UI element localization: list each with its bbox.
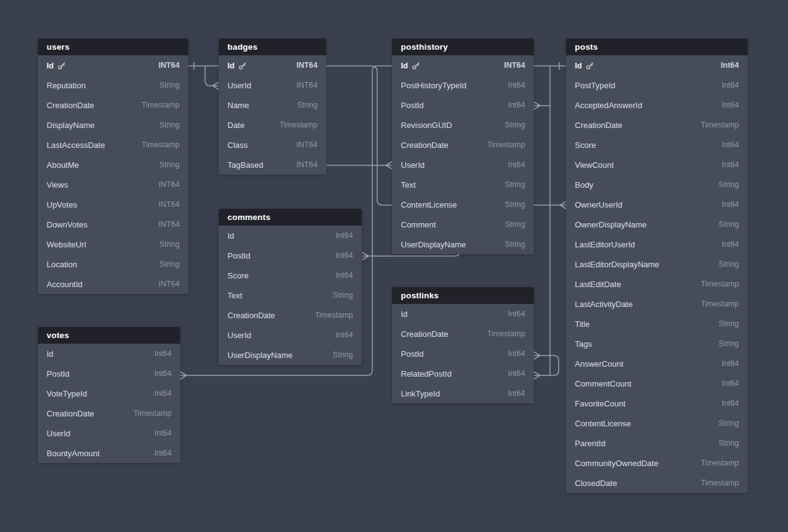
- primary-key-icon: [586, 62, 594, 70]
- field-name: CreationDate: [227, 311, 275, 320]
- table-card-posts[interactable]: posts Id Int64 PostTypeId Int64 Accepted…: [566, 39, 748, 493]
- field-type: String: [159, 121, 180, 129]
- field-type: String: [505, 220, 525, 229]
- primary-key-icon: [58, 62, 66, 70]
- table-title[interactable]: votes: [38, 327, 180, 344]
- field-type: Int64: [508, 369, 525, 378]
- field-name: AccountId: [47, 280, 83, 289]
- field-type: Int64: [508, 81, 525, 89]
- field-type: Int64: [508, 101, 525, 109]
- field-name: Views: [47, 180, 68, 190]
- table-field-row: CreationDate Timestamp: [392, 324, 534, 344]
- field-type: String: [718, 419, 739, 428]
- table-field-row: ContentLicense String: [392, 195, 534, 214]
- table-title[interactable]: postlinks: [392, 287, 534, 304]
- table-card-badges[interactable]: badges Id INT64 UserId INT64 Name String…: [219, 39, 326, 175]
- table-card-postlinks[interactable]: postlinks Id Int64 CreationDate Timestam…: [392, 287, 534, 403]
- field-name: Id: [401, 310, 408, 319]
- crow-foot-many-marker: [534, 372, 540, 379]
- table-field-row: AboutMe String: [38, 155, 188, 175]
- field-name: CommunityOwnedDate: [575, 459, 658, 468]
- field-type: String: [159, 160, 180, 169]
- table-card-users[interactable]: users Id INT64 Reputation String Creatio…: [38, 39, 188, 294]
- field-name: Comment: [401, 220, 436, 229]
- field-type: Timestamp: [701, 280, 739, 288]
- field-type: Int64: [336, 251, 353, 260]
- table-field-row: Views INT64: [38, 175, 188, 195]
- field-name: Score: [575, 140, 596, 150]
- field-name: AboutMe: [47, 160, 79, 170]
- field-type: Int64: [154, 449, 172, 457]
- table-field-row: PostTypeId Int64: [566, 75, 748, 95]
- table-field-row: CommunityOwnedDate Timestamp: [566, 453, 748, 473]
- field-type: Timestamp: [701, 300, 739, 308]
- table-field-row: LastEditorUserId Int64: [566, 234, 748, 254]
- field-type: String: [718, 439, 739, 447]
- field-name: FavoriteCount: [575, 399, 626, 408]
- field-name: Date: [227, 121, 244, 130]
- table-field-row: FavoriteCount Int64: [566, 393, 748, 413]
- field-name: BountyAmount: [47, 449, 99, 458]
- field-name: Class: [227, 140, 248, 150]
- field-type: String: [718, 220, 739, 229]
- table-field-row: Class INT64: [219, 135, 326, 155]
- field-type: Int64: [722, 379, 739, 388]
- table-field-row: Text String: [219, 285, 362, 305]
- field-name: Id: [575, 61, 594, 70]
- table-field-row: Id Int64: [392, 304, 534, 324]
- table-field-row: Body String: [566, 175, 748, 195]
- field-type: Int64: [154, 389, 172, 398]
- field-type: INT64: [296, 140, 318, 149]
- field-name: Id: [401, 61, 420, 70]
- field-name: UserId: [227, 81, 251, 90]
- field-type: Int64: [154, 369, 172, 378]
- crow-foot-many-marker: [180, 372, 186, 379]
- table-card-posthistory[interactable]: posthistory Id INT64 PostHistoryTypeId I…: [392, 39, 534, 254]
- field-name: LinkTypeId: [401, 389, 440, 398]
- field-name: PostId: [227, 251, 250, 260]
- table-title[interactable]: comments: [219, 209, 362, 226]
- table-field-row: PostId Int64: [219, 245, 362, 265]
- relationship-line-users.Id-badges.UserId: [205, 66, 213, 86]
- field-name: OwnerUserId: [575, 200, 623, 209]
- table-title[interactable]: posthistory: [392, 39, 534, 55]
- table-field-row: UserDisplayName String: [219, 345, 362, 365]
- field-name: Id: [227, 61, 247, 70]
- table-field-row: UserId INT64: [219, 75, 326, 95]
- field-name: Body: [575, 180, 593, 190]
- field-name: UserId: [227, 331, 251, 340]
- table-field-row: AcceptedAnswerId Int64: [566, 95, 748, 115]
- field-type: Int64: [508, 160, 525, 169]
- field-type: String: [505, 180, 525, 189]
- field-name: PostTypeId: [575, 81, 615, 90]
- table-field-row: Id Int64: [566, 55, 748, 75]
- field-type: String: [718, 319, 739, 328]
- table-field-row: Score Int64: [566, 135, 748, 155]
- field-type: Timestamp: [142, 101, 180, 109]
- table-field-row: TagBased INT64: [219, 155, 326, 175]
- table-field-row: ParentId String: [566, 433, 748, 453]
- table-title[interactable]: posts: [566, 39, 748, 55]
- field-type: INT64: [158, 220, 180, 229]
- table-field-row: OwnerUserId Int64: [566, 195, 748, 214]
- table-field-row: CreationDate Timestamp: [38, 95, 188, 115]
- field-name: ContentLicense: [575, 419, 631, 428]
- field-name: LastEditorDisplayName: [575, 260, 659, 269]
- field-type: Int64: [508, 389, 525, 398]
- crow-foot-many-marker: [362, 252, 369, 260]
- table-card-comments[interactable]: comments Id Int64 PostId Int64 Score Int…: [219, 209, 362, 365]
- table-field-row: PostId Int64: [38, 364, 180, 383]
- field-type: String: [505, 200, 525, 209]
- field-type: String: [718, 260, 739, 268]
- field-type: Int64: [508, 310, 525, 318]
- table-field-row: ClosedDate Timestamp: [566, 473, 748, 493]
- primary-key-icon: [412, 62, 420, 70]
- field-name: CreationDate: [401, 140, 449, 150]
- field-type: INT64: [158, 61, 180, 70]
- table-card-votes[interactable]: votes Id Int64 PostId Int64 VoteTypeId I…: [38, 327, 180, 463]
- table-title[interactable]: badges: [219, 39, 326, 55]
- table-title[interactable]: users: [38, 39, 188, 55]
- table-field-row: Comment String: [392, 214, 534, 234]
- field-name: LastEditorUserId: [575, 240, 635, 249]
- field-name: VoteTypeId: [47, 389, 87, 398]
